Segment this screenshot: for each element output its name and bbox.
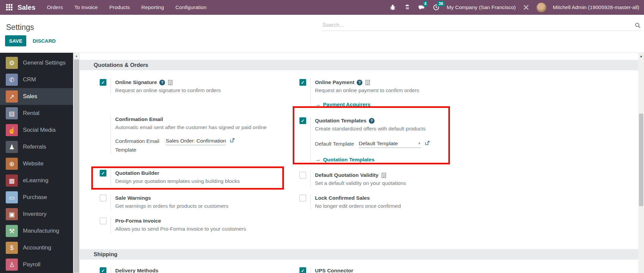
setting-online-payment: ✓ Online Payment ? Request an onli bbox=[299, 78, 490, 108]
user-menu[interactable]: Mitchell Admin (19005928-master-all) bbox=[553, 4, 639, 10]
user-avatar[interactable] bbox=[537, 3, 546, 12]
setting-ups-connector: ✓ UPS Connector bbox=[299, 267, 490, 273]
control-panel: Settings SAVE DISCARD bbox=[0, 15, 644, 52]
sales-chart-icon: ↗ bbox=[6, 90, 18, 103]
menu-orders[interactable]: Orders bbox=[47, 4, 63, 10]
help-icon: ? bbox=[159, 80, 165, 85]
bug-icon[interactable] bbox=[389, 3, 397, 11]
scroll-up-arrow[interactable]: ▲ bbox=[638, 53, 644, 58]
credit-card-icon: ▭ bbox=[6, 191, 18, 203]
search-bar bbox=[322, 20, 642, 31]
sidebar-item-rental[interactable]: ▤ Rental bbox=[0, 105, 73, 122]
setting-confirmation-email: Confirmation Email Automatic email sent … bbox=[100, 115, 290, 154]
save-button[interactable]: SAVE bbox=[5, 35, 26, 46]
setting-lock-confirmed-sales: Lock Confirmed Sales No longer edit orde… bbox=[299, 194, 490, 210]
payroll-icon: ♙ bbox=[6, 259, 18, 271]
systray: 4 36 My Company (San Francisco) Mitchell… bbox=[389, 3, 639, 12]
enterprise-building-icon bbox=[381, 172, 387, 178]
settings-content: Quotations & Orders ✓ Online Signature ? bbox=[80, 53, 638, 273]
invoice-icon: $ bbox=[6, 242, 18, 254]
rental-document-icon: ▤ bbox=[6, 107, 18, 119]
messages-icon[interactable]: 4 bbox=[418, 3, 426, 11]
main-menu: Orders To Invoice Products Reporting Con… bbox=[47, 4, 206, 10]
payment-acquirers-link[interactable]: → Payment Acquirers bbox=[315, 101, 490, 108]
setting-delivery-methods: ✓ Delivery Methods bbox=[100, 267, 290, 273]
search-icon[interactable] bbox=[635, 22, 641, 30]
company-switcher[interactable]: My Company (San Francisco) bbox=[447, 4, 516, 10]
enterprise-building-icon bbox=[167, 80, 173, 85]
quotation-templates-link[interactable]: → Quotation Templates bbox=[315, 156, 490, 163]
quotation-builder-checkbox[interactable]: ✓ bbox=[100, 170, 106, 177]
right-arrow-icon: → bbox=[315, 156, 321, 163]
page-title: Settings bbox=[6, 23, 34, 32]
online-payment-checkbox[interactable]: ✓ bbox=[299, 79, 306, 86]
apps-menu-icon[interactable] bbox=[6, 4, 13, 11]
sale-warnings-checkbox[interactable] bbox=[100, 195, 106, 201]
delivery-methods-checkbox[interactable]: ✓ bbox=[100, 267, 106, 273]
setting-sale-warnings: Sale Warnings Get warnings in orders for… bbox=[100, 194, 290, 210]
scrollbar-thumb[interactable] bbox=[74, 60, 79, 273]
activities-clock-icon[interactable]: 36 bbox=[432, 3, 440, 11]
sidebar-item-manufacturing[interactable]: ⚒ Manufacturing bbox=[0, 223, 73, 239]
section-shipping: Shipping bbox=[80, 249, 638, 260]
tools-icon[interactable] bbox=[522, 3, 530, 11]
sidebar-item-website[interactable]: ⊕ Website bbox=[0, 155, 73, 172]
confirmation-email-template-field: Confirmation Email Template Sales Order:… bbox=[115, 137, 290, 154]
sidebar-item-crm[interactable]: ✆ CRM bbox=[0, 71, 73, 88]
settings-sidebar: ⚙ General Settings ✆ CRM ↗ Sales ▤ Renta… bbox=[0, 53, 73, 273]
workspace: ⚙ General Settings ✆ CRM ↗ Sales ▤ Renta… bbox=[0, 52, 644, 273]
help-icon: ? bbox=[357, 80, 362, 85]
quotation-templates-checkbox[interactable]: ✓ bbox=[299, 117, 306, 124]
handshake-icon: ✆ bbox=[6, 74, 18, 86]
box-icon: ▣ bbox=[6, 208, 18, 220]
sidebar-item-purchase[interactable]: ▭ Purchase bbox=[0, 189, 73, 206]
discard-button[interactable]: DISCARD bbox=[33, 35, 56, 46]
sidebar-item-elearning[interactable]: ▦ eLearning bbox=[0, 172, 73, 189]
wrench-icon: ⚒ bbox=[6, 225, 18, 237]
external-link-icon[interactable] bbox=[425, 141, 430, 147]
help-icon: ? bbox=[369, 118, 375, 124]
mobile-icon[interactable] bbox=[403, 3, 411, 11]
scrollbar-thumb[interactable] bbox=[639, 114, 643, 206]
menu-configuration[interactable]: Configuration bbox=[175, 4, 206, 10]
pro-forma-checkbox[interactable] bbox=[100, 218, 106, 224]
menu-reporting[interactable]: Reporting bbox=[141, 4, 164, 10]
setting-quotation-builder: ✓ Quotation Builder Design your quotatio… bbox=[100, 169, 290, 185]
search-input[interactable] bbox=[322, 20, 627, 30]
ups-connector-checkbox[interactable]: ✓ bbox=[299, 267, 306, 273]
top-navbar: Sales Orders To Invoice Products Reporti… bbox=[0, 0, 644, 15]
confirmation-email-template-value[interactable]: Sales Order: Confirmation bbox=[166, 137, 226, 145]
referral-person-icon: ♟ bbox=[6, 141, 18, 153]
lock-confirmed-checkbox[interactable] bbox=[299, 195, 306, 201]
chevron-down-icon: ▼ bbox=[418, 140, 421, 148]
sidebar-item-referrals[interactable]: ♟ Referrals bbox=[0, 139, 73, 155]
setting-pro-forma-invoice: Pro-Forma Invoice Allows you to send Pro… bbox=[100, 217, 290, 233]
app-brand[interactable]: Sales bbox=[18, 4, 35, 11]
external-link-icon[interactable] bbox=[230, 138, 235, 144]
scroll-up-arrow[interactable]: ▲ bbox=[73, 53, 80, 57]
sidebar-item-general-settings[interactable]: ⚙ General Settings bbox=[0, 54, 73, 71]
setting-default-quotation-validity: Default Quotation Validity Set a default… bbox=[299, 171, 490, 187]
sidebar-item-payroll[interactable]: ♙ Payroll bbox=[0, 256, 73, 273]
presentation-icon: ▦ bbox=[6, 174, 18, 187]
sidebar-item-accounting[interactable]: $ Accounting bbox=[0, 239, 73, 256]
default-validity-checkbox[interactable] bbox=[299, 172, 306, 179]
menu-to-invoice[interactable]: To Invoice bbox=[74, 4, 98, 10]
setting-quotation-templates: ✓ Quotation Templates ? Create standardi… bbox=[299, 117, 490, 163]
page-scrollbar: ▲ bbox=[638, 53, 644, 273]
online-signature-checkbox[interactable]: ✓ bbox=[100, 79, 106, 86]
activities-badge: 36 bbox=[437, 1, 444, 6]
sidebar-item-social-media[interactable]: ☝ Social Media bbox=[0, 122, 73, 139]
sidebar-item-inventory[interactable]: ▣ Inventory bbox=[0, 206, 73, 223]
default-template-select[interactable]: Default Template ▼ bbox=[359, 140, 421, 148]
enterprise-building-icon bbox=[365, 80, 371, 85]
sidebar-scrollbar: ▲ bbox=[73, 53, 80, 273]
thumbs-up-icon: ☝ bbox=[6, 124, 18, 136]
odoo-sales-settings-page: Sales Orders To Invoice Products Reporti… bbox=[0, 0, 644, 273]
globe-icon: ⊕ bbox=[6, 158, 18, 170]
gear-icon: ⚙ bbox=[6, 57, 18, 69]
sidebar-item-sales[interactable]: ↗ Sales bbox=[0, 88, 73, 105]
menu-products[interactable]: Products bbox=[109, 4, 130, 10]
default-template-field: Default Template Default Template ▼ bbox=[315, 140, 490, 148]
section-quotations-orders: Quotations & Orders bbox=[80, 60, 638, 70]
